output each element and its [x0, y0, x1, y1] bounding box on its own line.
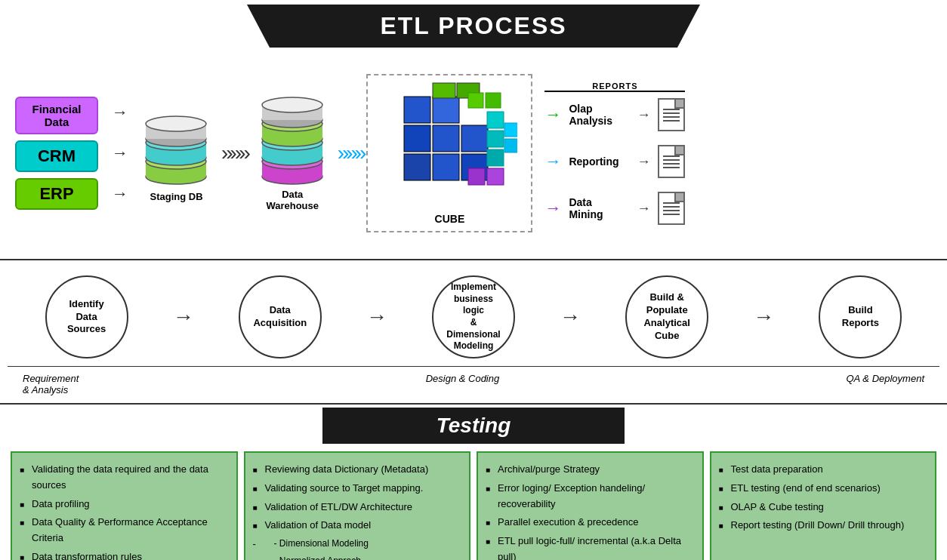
arrow-4: →: [753, 305, 774, 329]
svg-rect-35: [486, 93, 501, 108]
testing-title: Testing: [322, 408, 625, 444]
step-identify: IdentifyDataSources: [45, 275, 128, 358]
test-item: Data profiling: [20, 497, 229, 512]
page-title: ETL PROCESS: [247, 5, 700, 48]
staging-db-label: Staging DB: [150, 191, 202, 202]
testing-list-4: Test data preparation ETL testing (end o…: [719, 462, 928, 534]
test-item: Validation of ETL/DW Architecture: [253, 500, 462, 515]
test-item: Archival/purge Strategy: [486, 462, 695, 478]
cube-dashed-area: CUBE: [366, 74, 532, 232]
svg-point-8: [146, 116, 206, 131]
arrow-olap: →: [544, 105, 561, 125]
svg-rect-34: [468, 93, 483, 108]
test-item: Report testing (Drill Down/ Drill throug…: [719, 518, 928, 534]
testing-card-1: Validating the data required and the dat…: [11, 451, 238, 560]
arrow-1: →: [173, 305, 194, 329]
reporting-label: Reporting: [569, 155, 629, 168]
testing-card-4: Test data preparation ETL testing (end o…: [710, 451, 937, 560]
phase-qa: QA & Deployment: [846, 373, 924, 395]
test-sub-item: - Normalized Approch: [253, 554, 462, 560]
etl-diagram: FinancialData CRM ERP → → → Staging DB »…: [0, 48, 947, 259]
phase-labels: Requirement& Analysis Design & Coding QA…: [8, 366, 939, 395]
cube-label: CUBE: [435, 213, 465, 225]
arrow-to-cube: »»»: [338, 141, 364, 165]
svg-rect-22: [433, 97, 459, 123]
olap-report-row: → OlapAnalysis →: [544, 98, 685, 131]
process-section: IdentifyDataSources → DataAcquisition → …: [0, 259, 947, 405]
reporting-report-row: → Reporting →: [544, 145, 685, 178]
test-sub-item: - Dimensional Modeling: [253, 537, 462, 551]
testing-card-2: Reviewing data Dictionary (Metadata) Val…: [244, 451, 471, 560]
svg-rect-31: [487, 112, 504, 128]
svg-rect-29: [404, 154, 430, 180]
cube-icon: [381, 82, 517, 210]
testing-list-3: Archival/purge Strategy Error loging/ Ex…: [486, 462, 695, 560]
test-item: ETL pull logic-full/ incremental (a.k.a …: [486, 534, 695, 560]
svg-rect-33: [487, 149, 504, 166]
test-item: Reviewing data Dictionary (Metadata): [253, 462, 462, 478]
step-implement: Implementbusinesslogic&DimensionalModeli…: [432, 275, 515, 358]
arrow-erp: →: [112, 184, 128, 204]
arrow-datamining: →: [544, 198, 561, 218]
svg-rect-24: [433, 125, 459, 152]
testing-list-2: Reviewing data Dictionary (Metadata) Val…: [253, 462, 462, 560]
svg-rect-23: [404, 125, 430, 152]
process-flow: IdentifyDataSources → DataAcquisition → …: [8, 275, 939, 358]
reporting-report-icon: [658, 145, 685, 178]
svg-rect-36: [468, 168, 485, 185]
arrow-olap-2: →: [637, 107, 650, 123]
test-item: Data Quality & Performance Acceptance Cr…: [20, 515, 229, 546]
staging-db-icon: [140, 105, 212, 188]
data-warehouse: DataWarehouse: [257, 95, 329, 211]
olap-report-icon: [658, 98, 685, 131]
crm-box: CRM: [15, 140, 98, 172]
svg-rect-37: [487, 168, 504, 185]
warehouse-db-icon: [257, 95, 329, 186]
arrow-reporting: →: [544, 152, 561, 171]
arrow-financial: →: [112, 103, 128, 122]
svg-rect-30: [433, 154, 459, 180]
test-item: Validating the data required and the dat…: [20, 462, 229, 494]
testing-list-1: Validating the data required and the dat…: [20, 462, 229, 560]
test-item: Validation of Data model: [253, 518, 462, 534]
test-item: ETL testing (end of end scenarios): [719, 481, 928, 497]
phase-design: Design & Coding: [426, 373, 500, 395]
datamining-label: DataMining: [569, 196, 629, 220]
staging-db: Staging DB: [140, 105, 212, 202]
reports-header: REPORTS: [544, 82, 685, 92]
arrow-crm: →: [112, 143, 128, 163]
phase-requirement: Requirement& Analysis: [23, 373, 79, 395]
svg-rect-38: [504, 123, 517, 137]
olap-label: OlapAnalysis: [569, 103, 629, 127]
reports-section: REPORTS → OlapAnalysis → → Reporting →: [544, 82, 685, 225]
test-item: OLAP & Cube testing: [719, 500, 928, 515]
datamining-report-row: → DataMining →: [544, 192, 685, 225]
step-build-cube: Build &PopulateAnalyticalCube: [625, 275, 708, 358]
arrow-reporting-2: →: [637, 154, 650, 170]
svg-point-20: [262, 97, 322, 112]
arrow-2: →: [366, 305, 387, 329]
svg-rect-32: [487, 131, 504, 147]
erp-box: ERP: [15, 178, 98, 210]
arrow-3: →: [560, 305, 581, 329]
svg-rect-25: [433, 83, 455, 98]
svg-rect-39: [504, 139, 517, 152]
test-item: Test data preparation: [719, 462, 928, 478]
testing-card-3: Archival/purge Strategy Error loging/ Ex…: [477, 451, 704, 560]
datamining-report-icon: [658, 192, 685, 225]
data-sources-group: FinancialData CRM ERP: [15, 97, 98, 210]
step-acquisition: DataAcquisition: [239, 275, 322, 358]
financial-data-box: FinancialData: [15, 97, 98, 134]
test-item: Data transformation rules: [20, 549, 229, 560]
test-item: Validating source to Target mapping.: [253, 481, 462, 497]
test-item: Error loging/ Exception handeling/ recov…: [486, 481, 695, 512]
step-build-reports: BuildReports: [819, 275, 902, 358]
test-item: Parallel execution & precedence: [486, 515, 695, 531]
cube-container: CUBE: [381, 82, 517, 225]
svg-rect-21: [404, 97, 430, 123]
arrow-datamining-2: →: [637, 201, 650, 217]
arrow-to-warehouse: »»»: [221, 141, 248, 165]
warehouse-label: DataWarehouse: [266, 189, 319, 211]
testing-cards: Validating the data required and the dat…: [0, 444, 947, 560]
svg-rect-27: [461, 125, 488, 152]
